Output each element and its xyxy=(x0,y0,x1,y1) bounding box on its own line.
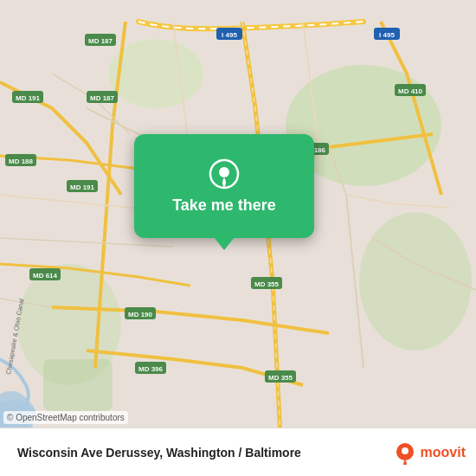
map-svg: I 495 I 495 MD 187 MD 191 MD 187 MD 410 … xyxy=(0,0,476,476)
location-pin-icon xyxy=(209,158,240,190)
moovit-logo: moovit xyxy=(393,441,466,465)
moovit-pin-icon xyxy=(393,441,417,465)
svg-text:MD 410: MD 410 xyxy=(398,87,423,95)
svg-text:I 495: I 495 xyxy=(379,31,395,39)
svg-rect-4 xyxy=(43,359,113,411)
svg-text:MD 191: MD 191 xyxy=(70,183,95,191)
svg-text:MD 187: MD 187 xyxy=(88,37,113,45)
svg-text:MD 355: MD 355 xyxy=(254,280,280,288)
popup-card[interactable]: Take me there xyxy=(134,134,314,238)
map-container: I 495 I 495 MD 187 MD 191 MD 187 MD 410 … xyxy=(0,0,476,476)
openstreetmap-credit: © OpenStreetMap contributors xyxy=(3,411,128,424)
svg-text:MD 187: MD 187 xyxy=(90,94,115,102)
svg-point-35 xyxy=(219,167,229,177)
svg-point-37 xyxy=(402,447,408,454)
svg-text:MD 396: MD 396 xyxy=(138,365,164,373)
address-text: Wisconsin Ave Derussey, Washington / Bal… xyxy=(17,446,393,460)
svg-text:MD 355: MD 355 xyxy=(268,374,293,382)
bottom-bar: Wisconsin Ave Derussey, Washington / Bal… xyxy=(0,428,476,476)
take-me-there-button[interactable]: Take me there xyxy=(162,196,286,215)
svg-text:I 495: I 495 xyxy=(222,31,237,39)
moovit-brand-text: moovit xyxy=(421,445,466,460)
svg-text:MD 614: MD 614 xyxy=(33,272,58,280)
svg-text:MD 190: MD 190 xyxy=(128,311,153,318)
svg-text:MD 191: MD 191 xyxy=(16,94,41,102)
svg-text:MD 188: MD 188 xyxy=(9,158,34,165)
